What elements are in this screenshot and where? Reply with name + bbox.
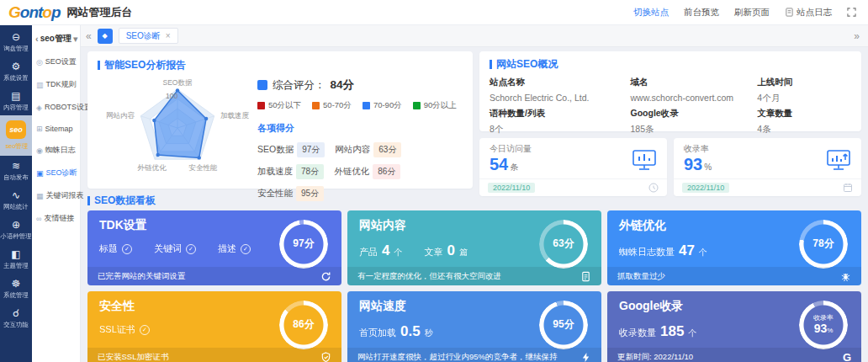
logo-part: p — [51, 3, 61, 21]
submenu-item-seo-settings[interactable]: ◎SEO设置 — [32, 51, 80, 73]
sidebar-item-label: 系统管理 — [3, 290, 28, 299]
top-bar: Gontop 网站管理后台 切换站点 前台预览 刷新页面 站点日志 — [0, 0, 868, 25]
score-ring: 63分 — [539, 220, 588, 269]
expand-tabs-button[interactable]: » — [854, 30, 860, 42]
fullscreen-icon[interactable] — [847, 8, 856, 17]
sidebar-item-seo[interactable]: seoseo管理 — [0, 115, 32, 156]
card-stat-label: 蜘蛛日志数量 — [619, 246, 675, 258]
legend-swatch — [312, 102, 320, 109]
sidebar-item-label: 系统设置 — [3, 73, 28, 82]
refresh-icon[interactable] — [320, 271, 331, 282]
sidebar-item-interaction[interactable]: ☌交互功能 — [0, 303, 32, 333]
score-ring: 97分 — [279, 220, 328, 269]
tab-seo-diagnosis[interactable]: SEO诊断 × — [119, 28, 178, 44]
site-log-button[interactable]: 站点日志 — [785, 7, 832, 19]
ring-value: 93% — [814, 322, 834, 335]
submenu-item-keyword-report[interactable]: ▦关键词报表 — [32, 184, 80, 207]
card-stat: 产品4个 — [359, 242, 402, 259]
field-value: 4条 — [757, 123, 851, 136]
sidebar-item-theme[interactable]: ◧主题管理 — [0, 244, 32, 274]
card-footer: 抓取数量过少 — [607, 267, 861, 285]
card-footer-text: 更新时间: 2022/11/10 — [617, 352, 693, 362]
sidebar-item-label: 网站统计 — [3, 202, 28, 210]
card-stat-unit: 个 — [699, 247, 707, 258]
seo-dashboard: SEO数据看板 TDK设置 标题✓ 关键词✓ 描述✓ 97分 已完善网站的关 — [87, 194, 861, 362]
app-title: 网站管理后台 — [67, 5, 133, 20]
card-stat-label: 收录数量 — [619, 327, 656, 339]
submenu-item-sitemap[interactable]: ⊞Sitemap — [32, 119, 80, 139]
front-preview-button[interactable]: 前台预览 — [684, 7, 719, 19]
check-item: 描述✓ — [218, 242, 251, 255]
field-label: 上线时间 — [757, 77, 851, 88]
svg-text:SEO数据: SEO数据 — [163, 78, 193, 87]
users-icon: ☌ — [13, 307, 19, 319]
ring-score: 95分 — [539, 301, 588, 349]
sidebar-item-auto-publish[interactable]: ≋自动发布 — [0, 156, 32, 185]
ring-score: 收录率 93% — [799, 301, 848, 349]
score-item: 外链优化86分 — [334, 164, 400, 179]
submenu-item-label: Sitemap — [45, 125, 73, 133]
scores-title: 各项得分 — [257, 122, 463, 135]
stat-unit: 条 — [510, 162, 518, 172]
card-footer: 已安装SSL加密证书 — [87, 348, 341, 362]
sidebar-item-label: seo管理 — [5, 141, 28, 150]
submenu-item-spider-log[interactable]: ◉蜘蛛日志 — [32, 139, 80, 162]
close-icon[interactable]: × — [166, 31, 171, 40]
switch-site-button[interactable]: 切换站点 — [633, 7, 669, 19]
sidebar-item-system-settings[interactable]: ⚙系统设置 — [0, 56, 32, 86]
tab-bar: « ◆ SEO诊断 × » — [81, 25, 868, 47]
submenu-item-friend-links[interactable]: ∞友情链接 — [32, 207, 80, 230]
score-label: 加载速度 — [257, 166, 293, 178]
card-stat: 收录数量185个 — [619, 323, 696, 340]
legend-label: 70-90分 — [373, 100, 402, 111]
svg-text:外链优化: 外链优化 — [138, 163, 167, 172]
content: 智能SEO分析报告 100SEO数据加载速度安全性能外链优化网站内容 综合评分：… — [81, 47, 868, 362]
sidebar-item-system-admin[interactable]: ☸系统管理 — [0, 274, 32, 303]
score-swatch — [257, 80, 267, 90]
publish-icon: ≋ — [12, 160, 20, 172]
sidebar-item-inquiry[interactable]: ⊖询盘管理 — [0, 27, 32, 56]
legend-label: 50分以下 — [268, 100, 301, 111]
stat-value: 54条 — [490, 155, 532, 177]
card-footer: 已完善网站的关键词设置 — [87, 267, 341, 285]
legend-swatch — [257, 102, 265, 109]
field-value: www.schorch-convert.com — [631, 92, 758, 104]
svg-text:安全性能: 安全性能 — [188, 163, 217, 172]
card-stat-label: 产品 — [359, 246, 378, 258]
submenu-item-seo-diagnosis[interactable]: ▣SEO诊断 — [32, 162, 80, 184]
refresh-page-button[interactable]: 刷新页面 — [734, 7, 770, 19]
submenu-item-robots[interactable]: ◈ROBOTS设置 — [32, 96, 80, 119]
collapse-tabs-button[interactable]: « — [86, 30, 92, 42]
svg-text:加载速度: 加载速度 — [220, 111, 250, 120]
seo-icon: seo — [6, 120, 26, 139]
sidebar-item-statistics[interactable]: ∿网站统计 — [0, 185, 32, 215]
score-item: 网站内容63分 — [335, 142, 401, 157]
check-label: SSL证书 — [99, 323, 135, 336]
content-card: 网站内容 产品4个 文章0篇 63分 有一定程度的优化，但还有很大空间改进 — [347, 210, 601, 285]
submenu-title: seo管理 — [40, 33, 71, 45]
sidebar-item-label: 内容管理 — [3, 103, 28, 111]
date-badge: 2022/11/10 — [682, 183, 729, 193]
card-footer: 网站打开速度很快，超过行业内95%的竞争者，继续保持 — [347, 348, 601, 362]
check-circle-icon: ✓ — [122, 244, 132, 254]
field-label: 域名 — [631, 77, 758, 88]
field-label: 语种数量/列表 — [490, 108, 631, 120]
gear-icon: ◎ — [36, 58, 43, 67]
gear-icon: ⚙ — [12, 61, 21, 72]
chart-icon: ∿ — [12, 189, 20, 201]
sidebar-item-languages[interactable]: ⊕小语种管理 — [0, 215, 32, 244]
score-item: 加载速度78分 — [257, 164, 324, 179]
monitor-chart-icon — [632, 149, 657, 171]
card-footer: 更新时间: 2022/11/10 G — [607, 348, 861, 362]
submenu-header[interactable]: ‹ seo管理 ▾ — [32, 29, 80, 51]
card-stat-unit: 篇 — [459, 247, 468, 258]
top-menu: 切换站点 前台预览 刷新页面 站点日志 — [633, 7, 856, 19]
home-tab-icon[interactable]: ◆ — [98, 29, 113, 44]
field-value: Schorch Electric Co., Ltd. — [490, 92, 631, 104]
globe-icon: ⊕ — [12, 219, 20, 231]
sitemap-icon: ⊞ — [36, 125, 43, 133]
submenu-item-tdk-rules[interactable]: ▥TDK规则 — [32, 73, 80, 96]
secondary-sidebar: ‹ seo管理 ▾ ◎SEO设置 ▥TDK规则 ◈ROBOTS设置 ⊞Sitem… — [32, 25, 81, 362]
sidebar-item-content[interactable]: ▤内容管理 — [0, 86, 32, 115]
spider-log-icon: ◉ — [36, 146, 43, 155]
